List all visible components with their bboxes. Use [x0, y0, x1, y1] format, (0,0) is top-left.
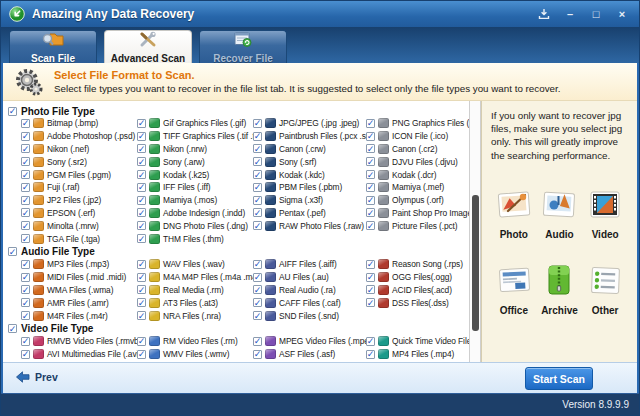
vertical-scrollbar[interactable] [469, 101, 481, 362]
file-type-checkbox[interactable]: ✓ [21, 221, 30, 230]
tab-advanced-scan[interactable]: Advanced Scan [104, 30, 192, 63]
file-type-checkbox[interactable]: ✓ [366, 208, 375, 217]
file-type-item: ✓Canon (.cr2) [366, 143, 469, 156]
file-type-checkbox[interactable]: ✓ [253, 221, 262, 230]
download-button[interactable] [535, 6, 553, 22]
file-type-item: ✓RMVB Video Files (.rmvb) [21, 335, 137, 348]
section-checkbox[interactable]: ✓ [8, 324, 17, 333]
file-type-checkbox[interactable]: ✓ [21, 285, 30, 294]
file-type-checkbox[interactable]: ✓ [253, 337, 262, 346]
file-type-checkbox[interactable]: ✓ [137, 157, 146, 166]
category-archive: Archive [540, 264, 578, 316]
file-type-label: Quick Time Video Files (.mov) [392, 336, 469, 346]
file-type-checkbox[interactable]: ✓ [137, 221, 146, 230]
file-type-checkbox[interactable]: ✓ [21, 170, 30, 179]
file-type-checkbox[interactable]: ✓ [253, 208, 262, 217]
file-type-checkbox[interactable]: ✓ [253, 273, 262, 282]
file-type-checkbox[interactable]: ✓ [366, 350, 375, 359]
file-type-checkbox[interactable]: ✓ [366, 285, 375, 294]
file-type-checkbox[interactable]: ✓ [21, 234, 30, 243]
file-type-checkbox[interactable]: ✓ [366, 298, 375, 307]
file-type-checkbox[interactable]: ✓ [253, 350, 262, 359]
file-type-checkbox[interactable]: ✓ [137, 260, 146, 269]
file-type-checkbox[interactable]: ✓ [137, 350, 146, 359]
file-type-label: Minolta (.mrw) [47, 221, 99, 231]
file-type-checkbox[interactable]: ✓ [137, 285, 146, 294]
file-type-checkbox[interactable]: ✓ [21, 157, 30, 166]
file-type-checkbox[interactable]: ✓ [366, 170, 375, 179]
file-type-checkbox[interactable]: ✓ [21, 337, 30, 346]
file-type-checkbox[interactable]: ✓ [366, 132, 375, 141]
file-type-checkbox[interactable]: ✓ [21, 183, 30, 192]
file-type-checkbox[interactable]: ✓ [366, 119, 375, 128]
minimize-button[interactable]: – [561, 6, 579, 22]
file-type-label: Reason Song (.rps) [392, 259, 463, 269]
tab-label: Scan File [31, 53, 75, 64]
file-type-checkbox[interactable]: ✓ [253, 119, 262, 128]
tab-recover-file[interactable]: Recover File [199, 30, 287, 63]
file-type-checkbox[interactable]: ✓ [253, 144, 262, 153]
file-type-icon [33, 234, 44, 244]
file-type-checkbox[interactable]: ✓ [253, 298, 262, 307]
file-type-item: ✓WMV Files (.wmv) [137, 348, 253, 361]
file-type-checkbox[interactable]: ✓ [21, 298, 30, 307]
file-type-checkbox[interactable]: ✓ [137, 119, 146, 128]
tab-scan-file[interactable]: Scan File [9, 30, 97, 63]
file-type-checkbox[interactable]: ✓ [21, 119, 30, 128]
file-type-checkbox[interactable]: ✓ [21, 311, 30, 320]
file-type-checkbox[interactable]: ✓ [137, 298, 146, 307]
file-type-label: Picture Files (.pct) [392, 221, 457, 231]
file-type-checkbox[interactable]: ✓ [253, 260, 262, 269]
file-type-checkbox[interactable]: ✓ [137, 311, 146, 320]
other-category-icon [586, 264, 624, 301]
file-type-checkbox[interactable]: ✓ [21, 132, 30, 141]
scrollbar-thumb[interactable] [472, 195, 479, 331]
file-type-checkbox[interactable]: ✓ [253, 132, 262, 141]
file-type-checkbox[interactable]: ✓ [21, 260, 30, 269]
file-type-checkbox[interactable]: ✓ [21, 208, 30, 217]
file-type-icon [265, 131, 276, 141]
file-type-checkbox[interactable]: ✓ [253, 157, 262, 166]
file-type-checkbox[interactable]: ✓ [137, 234, 146, 243]
section-checkbox[interactable]: ✓ [8, 247, 17, 256]
file-type-checkbox[interactable]: ✓ [366, 221, 375, 230]
prev-button[interactable]: Prev [15, 371, 58, 383]
file-type-checkbox[interactable]: ✓ [137, 273, 146, 282]
file-type-checkbox[interactable]: ✓ [137, 183, 146, 192]
file-type-checkbox[interactable]: ✓ [137, 132, 146, 141]
file-type-checkbox[interactable]: ✓ [366, 337, 375, 346]
section-title: Video File Type [21, 323, 93, 334]
file-type-icon [265, 195, 276, 205]
file-type-checkbox[interactable]: ✓ [21, 144, 30, 153]
file-type-checkbox[interactable]: ✓ [21, 350, 30, 359]
file-type-checkbox[interactable]: ✓ [21, 273, 30, 282]
start-scan-button[interactable]: Start Scan [525, 367, 593, 390]
file-type-checkbox[interactable]: ✓ [21, 196, 30, 205]
file-type-checkbox[interactable]: ✓ [137, 144, 146, 153]
file-type-checkbox[interactable]: ✓ [137, 337, 146, 346]
file-type-icon [149, 336, 160, 346]
file-type-checkbox[interactable]: ✓ [137, 208, 146, 217]
file-type-checkbox[interactable]: ✓ [253, 311, 262, 320]
file-type-label: M4A M4P Files (.m4a .m4p) [163, 272, 253, 282]
file-type-icon [265, 182, 276, 192]
file-type-checkbox[interactable]: ✓ [253, 170, 262, 179]
file-type-label: PNG Graphics Files (.png) [392, 118, 469, 128]
file-type-checkbox[interactable]: ✓ [253, 285, 262, 294]
file-type-item: ✓Adobe Indesign (.indd) [137, 207, 253, 220]
file-type-checkbox[interactable]: ✓ [137, 170, 146, 179]
close-button[interactable]: × [613, 6, 631, 22]
file-type-item: ✓OGG Files(.ogg) [366, 271, 469, 284]
file-type-checkbox[interactable]: ✓ [253, 183, 262, 192]
file-type-checkbox[interactable]: ✓ [366, 196, 375, 205]
section-header: ✓Video File Type [8, 323, 469, 335]
file-type-checkbox[interactable]: ✓ [366, 144, 375, 153]
maximize-button[interactable]: □ [587, 6, 605, 22]
section-checkbox[interactable]: ✓ [8, 107, 17, 116]
file-type-checkbox[interactable]: ✓ [366, 273, 375, 282]
file-type-checkbox[interactable]: ✓ [366, 157, 375, 166]
file-type-checkbox[interactable]: ✓ [366, 183, 375, 192]
file-type-checkbox[interactable]: ✓ [253, 196, 262, 205]
file-type-checkbox[interactable]: ✓ [366, 260, 375, 269]
file-type-checkbox[interactable]: ✓ [137, 196, 146, 205]
